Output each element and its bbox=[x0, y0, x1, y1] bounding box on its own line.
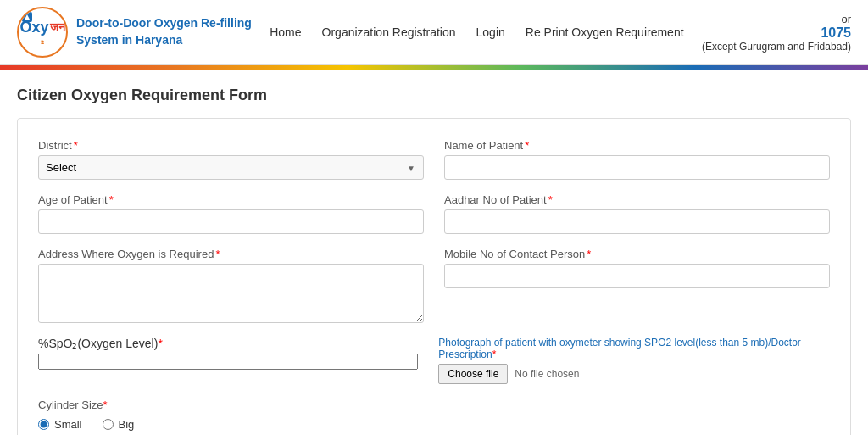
age-input[interactable] bbox=[38, 209, 424, 234]
row-district-name: District* Select Ambala Bhiwani Charkhi … bbox=[38, 139, 830, 180]
cylinder-big-option: Big bbox=[103, 418, 135, 431]
cylinder-big-radio[interactable] bbox=[103, 419, 114, 430]
main-nav: Home Organization Registration Login Re … bbox=[252, 25, 702, 39]
cylinder-big-label: Big bbox=[119, 418, 135, 431]
district-select-wrapper: Select Ambala Bhiwani Charkhi Dadri Fari… bbox=[38, 155, 424, 180]
address-input[interactable] bbox=[38, 264, 424, 323]
mobile-group: Mobile No of Contact Person* bbox=[444, 248, 830, 323]
row-oxygen-photo: %SpO₂(Oxygen Level)* Photograph of patie… bbox=[38, 337, 830, 384]
name-label: Name of Patient* bbox=[444, 139, 830, 152]
aadhar-label: Aadhar No of Patient* bbox=[444, 193, 830, 206]
mobile-input[interactable] bbox=[444, 264, 830, 288]
helpline-info: or 1075 (Except Gurugram and Fridabad) bbox=[702, 13, 851, 53]
row-address-mobile: Address Where Oxygen is Required* Mobile… bbox=[38, 248, 830, 323]
oxygen-level-input[interactable] bbox=[38, 354, 418, 370]
aadhar-group: Aadhar No of Patient* bbox=[444, 193, 830, 234]
file-input-row: Choose file No file chosen bbox=[438, 364, 818, 384]
logo-sub: ₂ bbox=[41, 36, 44, 46]
cylinder-small-option: Small bbox=[38, 418, 82, 431]
form-title: Citizen Oxygen Requirement Form bbox=[17, 86, 851, 104]
age-label: Age of Patient* bbox=[38, 193, 424, 206]
cylinder-radio-group: Small Big bbox=[38, 418, 830, 431]
photo-group: Photograph of patient with oxymeter show… bbox=[438, 337, 818, 384]
form-container: District* Select Ambala Bhiwani Charkhi … bbox=[17, 118, 851, 435]
row-age-aadhar: Age of Patient* Aadhar No of Patient* bbox=[38, 193, 830, 234]
district-select[interactable]: Select Ambala Bhiwani Charkhi Dadri Fari… bbox=[38, 155, 424, 180]
choose-file-button[interactable]: Choose file bbox=[438, 364, 508, 384]
logo-icon: Oxy जन ₂ bbox=[17, 7, 68, 58]
oxygen-level-group: %SpO₂(Oxygen Level)* bbox=[38, 337, 418, 370]
mobile-label: Mobile No of Contact Person* bbox=[444, 248, 830, 260]
nav-home[interactable]: Home bbox=[270, 25, 301, 39]
nav-login[interactable]: Login bbox=[476, 25, 505, 39]
aadhar-input[interactable] bbox=[444, 209, 830, 234]
no-file-text: No file chosen bbox=[515, 368, 579, 380]
header: Oxy जन ₂ Door-to-Door Oxygen Re-filling … bbox=[0, 0, 868, 65]
nav-reprint[interactable]: Re Print Oxygen Requirement bbox=[526, 25, 684, 39]
address-label: Address Where Oxygen is Required* bbox=[38, 248, 424, 260]
logo-hindi: जन bbox=[50, 20, 65, 35]
cylinder-section: Cylinder Size* Small Big bbox=[38, 398, 830, 431]
nav-org-reg[interactable]: Organization Registration bbox=[322, 25, 456, 39]
age-group: Age of Patient* bbox=[38, 193, 424, 234]
district-group: District* Select Ambala Bhiwani Charkhi … bbox=[38, 139, 424, 180]
cylinder-size-label: Cylinder Size* bbox=[38, 399, 108, 411]
name-group: Name of Patient* bbox=[444, 139, 830, 180]
oxygen-level-label: %SpO₂(Oxygen Level)* bbox=[38, 337, 163, 350]
logo-area: Oxy जन ₂ Door-to-Door Oxygen Re-filling … bbox=[17, 7, 252, 58]
address-group: Address Where Oxygen is Required* bbox=[38, 248, 424, 323]
cylinder-small-label: Small bbox=[54, 418, 82, 431]
name-input[interactable] bbox=[444, 155, 830, 180]
cylinder-small-radio[interactable] bbox=[38, 419, 49, 430]
brand-text: Door-to-Door Oxygen Re-filling System in… bbox=[76, 15, 252, 48]
district-label: District* bbox=[38, 139, 424, 152]
main-content: Citizen Oxygen Requirement Form District… bbox=[0, 70, 868, 435]
